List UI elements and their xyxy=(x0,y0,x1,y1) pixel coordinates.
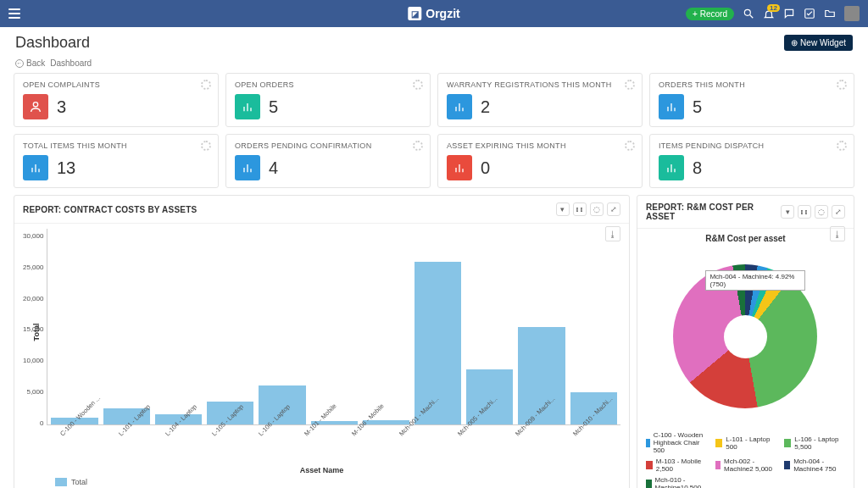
ytick: 0 xyxy=(23,419,43,427)
check-icon[interactable] xyxy=(804,8,815,19)
metric-title: OPEN ORDERS xyxy=(235,80,421,89)
ytick: 20,000 xyxy=(23,295,43,302)
legend-swatch xyxy=(646,480,652,488)
fullscreen-icon[interactable]: ⤢ xyxy=(607,202,620,216)
legend-text: M-103 - Mobile 2,500 xyxy=(656,458,707,473)
metric-icon xyxy=(23,155,48,180)
menu-icon[interactable] xyxy=(8,8,20,19)
reports-row: REPORT: CONTRACT COSTS BY ASSETS ▾ ⫾⫾ ◌ … xyxy=(0,188,868,488)
pie-chart: R&M Cost per asset Mch-004 - Machine4: 4… xyxy=(637,229,854,488)
metric-value: 2 xyxy=(481,97,490,117)
legend-item[interactable]: L-106 - Laptop 5,500 xyxy=(784,431,845,454)
legend-text: Mch-004 - Machine4 750 xyxy=(793,458,845,473)
filter-icon[interactable]: ▾ xyxy=(556,202,570,216)
top-right-tools: + Record 12 xyxy=(686,6,860,21)
metric-card[interactable]: TOTAL ITEMS THIS MONTH13 xyxy=(14,134,219,188)
metric-value: 5 xyxy=(269,97,278,117)
pie-legend: C-100 - Wooden Highback Chair 500L-101 -… xyxy=(646,431,845,488)
chat-icon[interactable] xyxy=(783,8,795,19)
folder-icon[interactable] xyxy=(824,8,836,19)
plus-icon: + xyxy=(693,9,698,19)
download-icon[interactable]: ⭳ xyxy=(830,226,845,241)
legend-label: Total xyxy=(71,478,87,486)
record-button[interactable]: + Record xyxy=(686,8,734,20)
loading-icon xyxy=(625,141,635,151)
bell-icon[interactable]: 12 xyxy=(763,8,775,19)
legend-text: L-106 - Laptop 5,500 xyxy=(794,435,845,451)
legend-swatch xyxy=(55,478,67,486)
svg-point-0 xyxy=(744,9,750,15)
metric-card[interactable]: OPEN COMPLAINTS3 xyxy=(14,73,219,127)
back-button[interactable]: ← Back xyxy=(15,58,45,68)
bar-chart: 30,00025,00020,00015,00010,0005,0000 Tot… xyxy=(14,224,629,488)
chart-type-icon[interactable]: ⫾⫾ xyxy=(573,202,587,216)
legend-item[interactable]: L-101 - Laptop 500 xyxy=(715,431,776,454)
legend-item[interactable]: Mch-002 - Machine2 5,000 xyxy=(715,458,776,473)
metric-card[interactable]: ORDERS THIS MONTH5 xyxy=(649,73,854,127)
legend-swatch xyxy=(715,461,721,469)
metric-title: TOTAL ITEMS THIS MONTH xyxy=(23,141,209,150)
loading-icon xyxy=(413,80,423,90)
metric-icon xyxy=(447,155,472,180)
metric-value: 8 xyxy=(693,158,702,178)
brand-text: Orgzit xyxy=(426,7,459,20)
metric-card[interactable]: ASSET EXPIRING THIS MONTH0 xyxy=(437,134,643,188)
metric-icon xyxy=(23,94,48,119)
bar-xaxis: C-100 - Wooden ...L-101 - LaptopL-104 - … xyxy=(23,427,620,461)
avatar[interactable] xyxy=(844,6,860,21)
bar-plot-area xyxy=(47,229,620,425)
metric-card[interactable]: OPEN ORDERS5 xyxy=(225,73,431,127)
metric-title: ORDERS PENDING CONFIRMATION xyxy=(235,141,421,150)
metric-title: ITEMS PENDING DISPATCH xyxy=(659,141,845,150)
metric-icon xyxy=(447,94,472,119)
metric-card[interactable]: WARRANTY REGISTRATIONS THIS MONTH2 xyxy=(437,73,643,127)
svg-point-3 xyxy=(33,103,37,107)
loading-icon xyxy=(837,141,847,151)
filter-icon[interactable]: ▾ xyxy=(781,205,794,219)
metric-title: WARRANTY REGISTRATIONS THIS MONTH xyxy=(447,80,633,89)
x-axis-label: Asset Name xyxy=(23,466,620,474)
metric-value: 3 xyxy=(57,97,66,117)
loading-icon xyxy=(201,141,211,151)
breadcrumb: ← Back Dashboard xyxy=(0,58,868,73)
legend-item[interactable]: Mch-010 - Machine10 500 xyxy=(646,476,707,488)
panel-header: REPORT: R&M COST PER ASSET ▾ ⫾⫾ ◌ ⤢ xyxy=(637,196,854,229)
brand-icon: ◪ xyxy=(408,7,421,20)
back-icon: ← xyxy=(15,59,24,68)
refresh-icon[interactable]: ◌ xyxy=(815,205,828,219)
brand-logo[interactable]: ◪ Orgzit xyxy=(408,7,459,20)
pie-subtitle: R&M Cost per asset xyxy=(646,234,845,243)
new-widget-label: New Widget xyxy=(800,38,846,47)
notification-count: 12 xyxy=(767,4,780,12)
metric-icon xyxy=(659,94,684,119)
legend-text: Mch-002 - Machine2 5,000 xyxy=(724,458,776,473)
svg-line-1 xyxy=(750,15,754,19)
legend-swatch xyxy=(784,461,790,469)
legend-swatch xyxy=(784,439,791,447)
metric-icon xyxy=(659,155,684,180)
metric-card[interactable]: ITEMS PENDING DISPATCH8 xyxy=(649,134,854,188)
legend-text: L-101 - Laptop 500 xyxy=(726,435,776,451)
legend-item[interactable]: C-100 - Wooden Highback Chair 500 xyxy=(646,431,707,454)
metric-title: ORDERS THIS MONTH xyxy=(659,80,845,89)
legend-item[interactable]: M-103 - Mobile 2,500 xyxy=(646,458,707,473)
metric-icon xyxy=(235,155,260,180)
legend-swatch xyxy=(646,461,653,469)
new-widget-button[interactable]: ⊕ New Widget xyxy=(784,35,853,51)
download-icon[interactable]: ⭳ xyxy=(605,226,620,241)
chart-type-icon[interactable]: ⫾⫾ xyxy=(798,205,811,219)
ytick: 10,000 xyxy=(23,357,43,364)
metric-card[interactable]: ORDERS PENDING CONFIRMATION4 xyxy=(225,134,431,188)
metric-title: OPEN COMPLAINTS xyxy=(23,80,209,89)
panel-toolbar: ▾ ⫾⫾ ◌ ⤢ xyxy=(556,202,620,216)
page-title: Dashboard xyxy=(15,34,90,52)
fullscreen-icon[interactable]: ⤢ xyxy=(832,205,845,219)
metric-value: 5 xyxy=(693,97,702,117)
search-icon[interactable] xyxy=(743,8,754,19)
loading-icon xyxy=(625,80,635,90)
panel-toolbar: ▾ ⫾⫾ ◌ ⤢ xyxy=(781,205,845,219)
legend-text: C-100 - Wooden Highback Chair 500 xyxy=(654,431,707,454)
legend-item[interactable]: Mch-004 - Machine4 750 xyxy=(784,458,845,473)
metric-title: ASSET EXPIRING THIS MONTH xyxy=(447,141,633,150)
refresh-icon[interactable]: ◌ xyxy=(590,202,604,216)
